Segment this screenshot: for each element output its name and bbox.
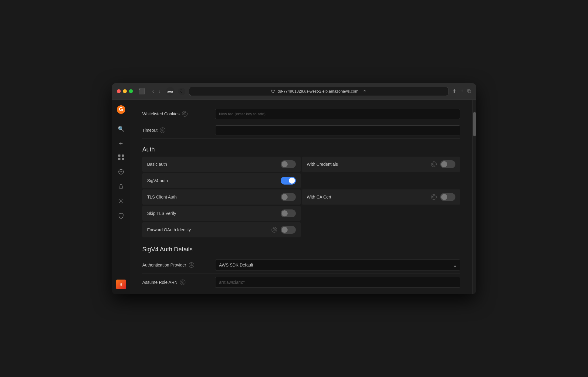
security-icon: 🛡 — [271, 89, 275, 94]
sidebar-item-alerts[interactable] — [115, 181, 127, 193]
share-button[interactable]: ⬆ — [452, 88, 457, 95]
maximize-button[interactable] — [129, 89, 133, 93]
basic-auth-label: Basic auth — [147, 162, 277, 167]
whitelisted-cookies-input[interactable] — [215, 109, 460, 119]
sigv4-auth-label: SigV4 auth — [147, 178, 277, 183]
basic-auth-toggle[interactable] — [281, 160, 296, 168]
svg-point-13 — [120, 200, 122, 202]
svg-text:G: G — [119, 106, 123, 112]
sidebar-item-explore[interactable] — [115, 167, 127, 179]
tls-client-auth-slider — [281, 193, 296, 201]
scrollbar-track — [472, 100, 476, 294]
address-bar[interactable]: 🛡 d8-774961829.us-west-2.elb.amazonaws.c… — [189, 87, 449, 96]
sidebar-item-settings[interactable] — [115, 196, 127, 208]
svg-rect-5 — [122, 158, 124, 160]
assume-role-input[interactable] — [215, 277, 460, 288]
browser-window: ⬛ ‹ › aea 🛡 🛡 d8-774961829.us-west-2.elb… — [112, 83, 476, 294]
auth-provider-label: Authentication Provider ⓘ — [142, 262, 215, 268]
browser-nav: ‹ › — [150, 87, 162, 95]
tls-row: TLS Client Auth With CA Cert ⓘ — [142, 189, 460, 205]
forward-oauth-cell: Forward OAuth Identity ⓘ — [142, 222, 301, 237]
scrollbar-thumb[interactable] — [473, 112, 476, 136]
sigv4-row: SigV4 auth — [142, 173, 460, 188]
sigv4-slider — [281, 177, 296, 185]
basic-auth-cell: Basic auth — [142, 157, 301, 172]
sidebar-item-apps[interactable] — [115, 152, 127, 164]
back-button[interactable]: ‹ — [150, 87, 156, 95]
new-tab-button[interactable]: + — [460, 88, 464, 95]
assume-role-row: Assume Role ARN ⓘ — [142, 274, 460, 291]
browser-actions: ⬆ + ⧉ — [452, 88, 471, 95]
gear-icon — [118, 198, 124, 205]
timeout-row: Timeout ⓘ — [142, 122, 460, 139]
auth-provider-select[interactable]: AWS SDK Default Credentials File Access … — [215, 260, 460, 270]
tls-client-auth-toggle[interactable] — [281, 193, 296, 201]
forward-oauth-info-icon[interactable]: ⓘ — [272, 227, 277, 233]
assume-role-label: Assume Role ARN ⓘ — [142, 280, 215, 285]
sigv4-details-title: SigV4 Auth Details — [142, 246, 460, 253]
tabs-button[interactable]: ⧉ — [467, 88, 471, 95]
search-icon: 🔍 — [118, 126, 124, 132]
forward-button[interactable]: › — [157, 87, 162, 95]
whitelisted-cookies-info-icon[interactable]: ⓘ — [182, 111, 188, 117]
extensions-icon: aea — [166, 87, 174, 96]
skip-tls-label: Skip TLS Verify — [147, 211, 277, 216]
with-credentials-cell: With Credentials ⓘ — [302, 157, 460, 172]
forward-oauth-slider — [281, 226, 296, 234]
tls-client-auth-label: TLS Client Auth — [147, 195, 277, 199]
avatar-initials: H — [120, 282, 122, 287]
skip-tls-toggle[interactable] — [281, 209, 296, 217]
skip-tls-row: Skip TLS Verify — [142, 206, 460, 221]
forward-oauth-toggle[interactable] — [281, 226, 296, 234]
skip-tls-cell: Skip TLS Verify — [142, 206, 301, 221]
with-credentials-toggle[interactable] — [440, 160, 455, 168]
sigv4-toggle[interactable] — [281, 177, 296, 185]
sidebar-item-add[interactable]: + — [115, 138, 127, 150]
skip-tls-slider — [281, 209, 296, 217]
svg-point-7 — [120, 171, 122, 172]
timeout-input[interactable] — [215, 125, 460, 135]
compass-icon — [118, 169, 124, 176]
main-content: Whitelisted Cookies ⓘ Timeout ⓘ Auth — [130, 100, 472, 294]
with-ca-cert-toggle[interactable] — [440, 193, 455, 201]
sigv4-details-section: SigV4 Auth Details Authentication Provid… — [142, 246, 460, 291]
with-ca-cert-cell: With CA Cert ⓘ — [302, 189, 460, 205]
url-text: d8-774961829.us-west-2.elb.amazonaws.com — [278, 89, 358, 93]
forward-oauth-row: Forward OAuth Identity ⓘ — [142, 222, 460, 237]
auth-section: Auth Basic auth With Credentials ⓘ — [142, 146, 460, 237]
sidebar-item-search[interactable]: 🔍 — [115, 123, 127, 135]
shield-extension-icon: 🛡 — [178, 88, 185, 95]
basic-auth-slider — [281, 160, 296, 168]
svg-rect-2 — [118, 155, 120, 157]
sidebar-item-security[interactable] — [115, 210, 127, 222]
sigv4-cell: SigV4 auth — [142, 173, 301, 188]
timeout-info-icon[interactable]: ⓘ — [160, 127, 165, 133]
auth-provider-row: Authentication Provider ⓘ AWS SDK Defaul… — [142, 256, 460, 274]
with-credentials-info-icon[interactable]: ⓘ — [431, 161, 437, 167]
shield-sidebar-icon — [118, 212, 124, 220]
bell-icon — [118, 183, 124, 191]
grafana-logo[interactable]: G — [116, 105, 126, 116]
auth-provider-info-icon[interactable]: ⓘ — [189, 262, 194, 268]
assume-role-info-icon[interactable]: ⓘ — [180, 280, 185, 285]
whitelisted-cookies-row: Whitelisted Cookies ⓘ — [142, 106, 460, 122]
app-layout: G 🔍 + — [112, 100, 476, 294]
with-credentials-label: With Credentials — [307, 162, 427, 167]
timeout-label: Timeout ⓘ — [142, 127, 215, 133]
sidebar-toggle-button[interactable]: ⬛ — [137, 87, 147, 96]
avatar[interactable]: H — [116, 280, 126, 289]
with-ca-cert-label: With CA Cert — [307, 195, 427, 199]
svg-rect-4 — [118, 158, 120, 160]
close-button[interactable] — [117, 89, 121, 93]
forward-oauth-label: Forward OAuth Identity — [147, 227, 268, 232]
browser-chrome: ⬛ ‹ › aea 🛡 🛡 d8-774961829.us-west-2.elb… — [112, 83, 476, 100]
traffic-lights — [117, 89, 133, 93]
minimize-button[interactable] — [123, 89, 127, 93]
whitelisted-cookies-label: Whitelisted Cookies ⓘ — [142, 111, 215, 117]
svg-rect-3 — [122, 155, 124, 157]
reload-icon[interactable]: ↻ — [363, 89, 367, 93]
with-ca-cert-slider — [440, 193, 455, 201]
with-ca-cert-info-icon[interactable]: ⓘ — [431, 194, 437, 200]
tls-client-auth-cell: TLS Client Auth — [142, 189, 301, 205]
with-credentials-slider — [440, 160, 455, 168]
